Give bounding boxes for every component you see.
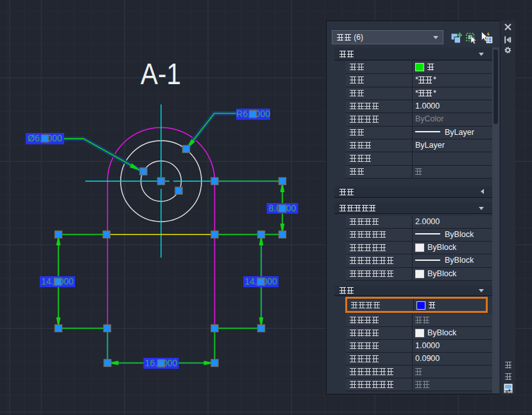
svg-text:A-1: A-1 [141, 57, 181, 91]
